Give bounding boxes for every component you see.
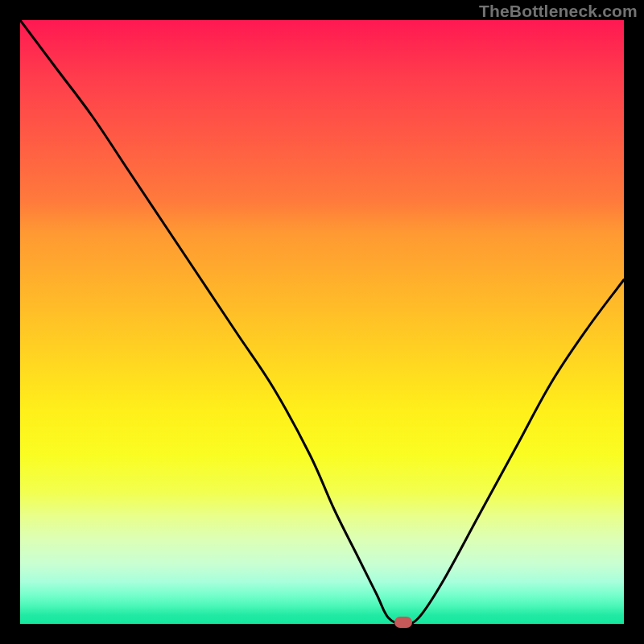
- bottleneck-curve: [20, 20, 624, 624]
- watermark-text: TheBottleneck.com: [479, 2, 638, 21]
- curve-svg: [20, 20, 624, 624]
- minimum-marker: [394, 617, 412, 628]
- plot-area: [20, 20, 624, 624]
- chart-container: TheBottleneck.com: [0, 0, 644, 644]
